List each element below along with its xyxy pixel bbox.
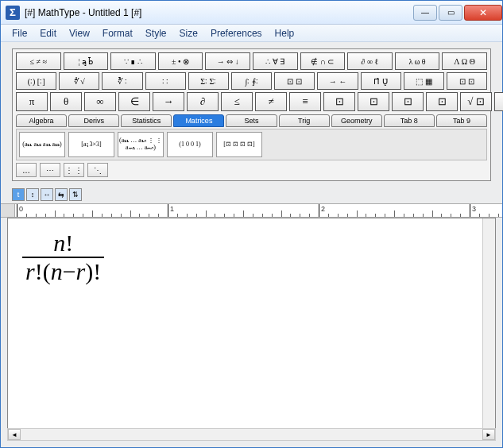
palette-greek-upper[interactable]: Λ Ω Θ: [442, 52, 487, 70]
horizontal-ruler[interactable]: 0123: [15, 204, 502, 217]
palette-dots[interactable]: ∵ ∎ ∴: [110, 52, 156, 70]
toolbar-area: ≤ ≠ ≈ ¦ a̧ b̄ ∵ ∎ ∴ ± • ⊗ → ⇔ ↓ ∴ ∀ ∃ ∉ …: [1, 42, 502, 186]
palette-integral[interactable]: ∫∶ ∮∶: [231, 72, 272, 90]
numerator: n!: [50, 230, 76, 257]
palette-boxes[interactable]: ⊡ ⊡: [447, 72, 487, 90]
dots-diag[interactable]: ⋱: [87, 163, 108, 177]
tab-geometry[interactable]: Geometry: [331, 114, 382, 127]
matrix-mxn[interactable]: (a₁₁ … a₁ₙ ⋮ ⋮ aₘ₁ … aₘₙ): [118, 132, 164, 157]
matrix-templates: (a₁₁ a₁₂ a₂₁ a₂₂) [aᵢⱼ 3×3] (a₁₁ … a₁ₙ ⋮…: [16, 129, 487, 160]
sym-ne[interactable]: ≠: [255, 92, 287, 111]
tmpl-4[interactable]: ⊡: [426, 92, 458, 111]
palette-set[interactable]: ∉ ∩ ⊂: [300, 52, 346, 70]
minus-op: −: [63, 258, 76, 284]
sym-theta[interactable]: θ: [50, 92, 82, 111]
menu-format[interactable]: Format: [96, 26, 139, 41]
vertical-scrollbar[interactable]: [482, 218, 495, 440]
matrix-blank[interactable]: [⊡ ⊡ ⊡ ⊡]: [216, 132, 262, 157]
tab-algebra[interactable]: Algebra: [16, 114, 67, 127]
align-tab[interactable]: t: [12, 188, 25, 201]
palette-sum[interactable]: Σ∶ Σ∶: [188, 72, 229, 90]
tab-9[interactable]: Tab 9: [436, 114, 487, 127]
dots-low[interactable]: …: [16, 163, 37, 177]
maximize-button[interactable]: ▭: [439, 5, 462, 21]
palette-tabs: Algebra Derivs Statistics Matrices Sets …: [16, 114, 487, 127]
dots-vert[interactable]: ⋮ ⋮: [64, 163, 84, 177]
minimize-button[interactable]: —: [413, 5, 437, 21]
palette-label-arrows[interactable]: → ←: [317, 72, 358, 90]
scroll-right-icon[interactable]: ►: [482, 429, 495, 440]
window-title: [#] MathType - Untitled 1 [#]: [25, 7, 412, 18]
sym-equiv[interactable]: ≡: [289, 92, 321, 111]
editor-wrap: n! r!(n−r)!: [7, 218, 496, 441]
matrix-identity[interactable]: (1 0 0 1): [167, 132, 213, 157]
factorial-op-2: !: [35, 258, 43, 284]
palette-hats[interactable]: ⬚ ▦: [404, 72, 444, 90]
var-n: n: [53, 230, 65, 256]
symbol-palette: ≤ ≠ ≈ ¦ a̧ b̄ ∵ ∎ ∴ ± • ⊗ → ⇔ ↓ ∴ ∀ ∃ ∉ …: [12, 48, 491, 181]
sym-partial[interactable]: ∂: [187, 92, 219, 111]
sym-infty[interactable]: ∞: [84, 92, 116, 111]
palette-subsuper[interactable]: ∛ ∶: [102, 72, 142, 90]
close-button[interactable]: ✕: [464, 5, 502, 21]
scroll-track[interactable]: [21, 429, 482, 440]
palette-radical[interactable]: ∶ ∶: [145, 72, 186, 90]
sym-le[interactable]: ≤: [221, 92, 253, 111]
var-n2: n: [51, 258, 63, 284]
tmpl-root[interactable]: √ ⊡: [460, 92, 492, 111]
menu-preferences[interactable]: Preferences: [204, 26, 269, 41]
var-r2: r: [76, 258, 86, 284]
menu-style[interactable]: Style: [139, 26, 173, 41]
tab-trig[interactable]: Trig: [279, 114, 330, 127]
window-controls: — ▭ ✕: [412, 5, 502, 21]
tab-8[interactable]: Tab 8: [384, 114, 435, 127]
menu-size[interactable]: Size: [173, 26, 204, 41]
palette-fractions[interactable]: ∜ √: [59, 72, 99, 90]
matrix-2x2[interactable]: (a₁₁ a₁₂ a₂₁ a₂₂): [19, 132, 65, 157]
menu-view[interactable]: View: [63, 26, 96, 41]
align-2[interactable]: ↔: [41, 188, 53, 201]
tmpl-5[interactable]: ⊡: [494, 92, 503, 111]
var-r: r: [25, 258, 35, 284]
tab-statistics[interactable]: Statistics: [121, 114, 172, 127]
palette-misc[interactable]: ∂ ∞ ℓ: [347, 52, 393, 70]
tmpl-1[interactable]: ⊡: [323, 92, 355, 111]
align-4[interactable]: ⇅: [69, 188, 82, 201]
menu-help[interactable]: Help: [269, 26, 301, 41]
tab-sets[interactable]: Sets: [226, 114, 277, 127]
sym-in[interactable]: ∈: [118, 92, 150, 111]
formula[interactable]: n! r!(n−r)!: [22, 230, 104, 285]
tmpl-3[interactable]: ⊡: [392, 92, 424, 111]
dots-templates: … ⋯ ⋮ ⋮ ⋱: [16, 163, 487, 177]
palette-fences[interactable]: (∶) [∶]: [16, 72, 56, 90]
align-1[interactable]: ↕: [26, 188, 39, 201]
equation-editor[interactable]: n! r!(n−r)!: [8, 218, 495, 440]
palette-row-3: π θ ∞ ∈ → ∂ ≤ ≠ ≡ ⊡ ⊡ ⊡ ⊡ √ ⊡ ⊡ ⊡ ∶: [16, 92, 487, 111]
tab-matrices[interactable]: Matrices: [173, 114, 224, 127]
palette-operators[interactable]: ± • ⊗: [158, 52, 203, 70]
scroll-left-icon[interactable]: ◄: [8, 429, 21, 440]
palette-greek-lower[interactable]: λ ω θ: [395, 52, 440, 70]
palette-relations[interactable]: ≤ ≠ ≈: [16, 52, 61, 70]
paren-close: ): [85, 258, 93, 284]
alignment-toolbar: t ↕ ↔ ⇆ ⇅: [1, 186, 502, 203]
sym-arrow[interactable]: →: [153, 92, 184, 111]
menu-file[interactable]: File: [6, 26, 33, 41]
palette-products[interactable]: Π̂ Ų̂: [361, 72, 401, 90]
palette-arrows[interactable]: → ⇔ ↓: [205, 52, 250, 70]
titlebar: Σ [#] MathType - Untitled 1 [#] — ▭ ✕: [1, 1, 502, 25]
sym-pi[interactable]: π: [16, 92, 48, 111]
matrix-3x3[interactable]: [aᵢⱼ 3×3]: [68, 132, 114, 157]
dots-center[interactable]: ⋯: [40, 163, 60, 177]
menu-edit[interactable]: Edit: [33, 26, 63, 41]
palette-spaces[interactable]: ¦ a̧ b̄: [64, 52, 109, 70]
palette-logic[interactable]: ∴ ∀ ∃: [253, 52, 298, 70]
horizontal-scrollbar[interactable]: ◄ ►: [7, 428, 496, 441]
ruler-area: 0123: [1, 203, 502, 218]
tmpl-2[interactable]: ⊡: [358, 92, 389, 111]
tab-derivs[interactable]: Derivs: [68, 114, 119, 127]
align-3[interactable]: ⇆: [55, 188, 68, 201]
palette-underover[interactable]: ⊡ ⊡: [274, 72, 315, 90]
ruler-corner: [1, 204, 15, 217]
app-window: Σ [#] MathType - Untitled 1 [#] — ▭ ✕ Fi…: [0, 0, 503, 448]
